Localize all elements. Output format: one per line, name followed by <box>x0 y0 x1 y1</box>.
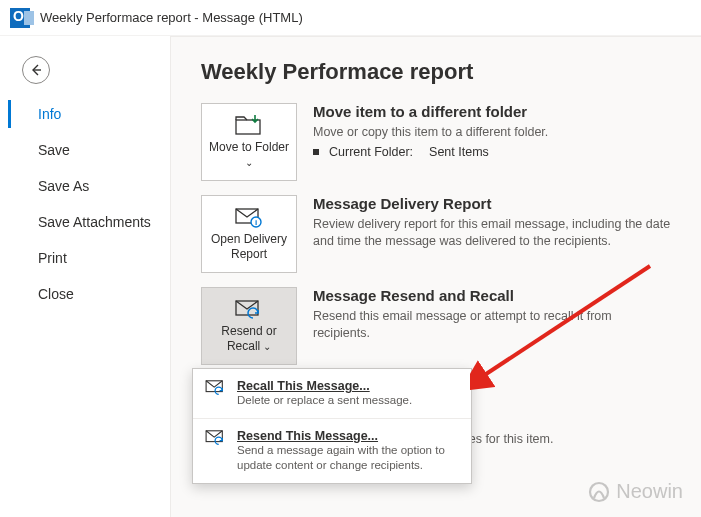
sidebar: Info Save Save As Save Attachments Print… <box>0 96 170 312</box>
sidebar-item-label: Save <box>38 142 70 158</box>
back-button[interactable] <box>22 56 50 84</box>
envelope-info-icon: i <box>235 206 263 228</box>
envelope-refresh-icon <box>205 429 227 447</box>
tile-label: Open Delivery Report <box>206 232 292 262</box>
envelope-refresh-icon <box>235 298 263 320</box>
open-delivery-report-button[interactable]: i Open Delivery Report <box>201 195 297 273</box>
title-bar: Weekly Performace report - Message (HTML… <box>0 0 701 36</box>
tile-label: Move to Folder <box>206 140 292 170</box>
current-folder-label: Current Folder: <box>329 145 413 159</box>
sidebar-item-close[interactable]: Close <box>0 276 170 312</box>
sidebar-item-save-attachments[interactable]: Save Attachments <box>0 204 170 240</box>
move-to-folder-button[interactable]: Move to Folder <box>201 103 297 181</box>
sidebar-item-save-as[interactable]: Save As <box>0 168 170 204</box>
envelope-refresh-icon <box>205 379 227 397</box>
sidebar-item-info[interactable]: Info <box>0 96 170 132</box>
popup-item-desc: Send a message again with the option to … <box>237 443 459 473</box>
page-title: Weekly Performace report <box>201 59 671 85</box>
current-folder-value: Sent Items <box>429 145 489 159</box>
resend-or-recall-button[interactable]: Resend or Recall <box>201 287 297 365</box>
section-move: Move to Folder Move item to a different … <box>201 103 671 181</box>
section-desc: Resend this email message or attempt to … <box>313 308 671 342</box>
section-title: Move item to a different folder <box>313 103 671 120</box>
window-title: Weekly Performace report - Message (HTML… <box>40 10 303 25</box>
resend-recall-menu: Recall This Message... Delete or replace… <box>192 368 472 484</box>
recall-this-message-item[interactable]: Recall This Message... Delete or replace… <box>193 369 471 419</box>
popup-item-title: Resend This Message... <box>237 429 459 443</box>
sidebar-item-print[interactable]: Print <box>0 240 170 276</box>
folder-download-icon <box>235 114 263 136</box>
section-desc: Review delivery report for this email me… <box>313 216 671 250</box>
section-desc: Move or copy this item to a different fo… <box>313 124 671 141</box>
section-resend-recall: Resend or Recall Message Resend and Reca… <box>201 287 671 365</box>
watermark: Neowin <box>588 480 683 503</box>
tile-label: Resend or Recall <box>206 324 292 354</box>
sidebar-item-label: Save As <box>38 178 89 194</box>
back-arrow-icon <box>29 63 43 77</box>
section-title: Message Delivery Report <box>313 195 671 212</box>
popup-item-desc: Delete or replace a sent message. <box>237 393 412 408</box>
section-delivery: i Open Delivery Report Message Delivery … <box>201 195 671 273</box>
popup-item-title: Recall This Message... <box>237 379 412 393</box>
section-title: Message Resend and Recall <box>313 287 671 304</box>
outlook-icon <box>10 8 30 28</box>
resend-this-message-item[interactable]: Resend This Message... Send a message ag… <box>193 419 471 483</box>
sidebar-item-label: Save Attachments <box>38 214 151 230</box>
sidebar-item-label: Close <box>38 286 74 302</box>
sidebar-item-label: Info <box>38 106 61 122</box>
watermark-text: Neowin <box>616 480 683 503</box>
bullet-icon <box>313 149 319 155</box>
sidebar-item-save[interactable]: Save <box>0 132 170 168</box>
svg-rect-0 <box>236 120 260 134</box>
svg-text:i: i <box>255 218 257 227</box>
neowin-logo-icon <box>588 481 610 503</box>
sidebar-item-label: Print <box>38 250 67 266</box>
